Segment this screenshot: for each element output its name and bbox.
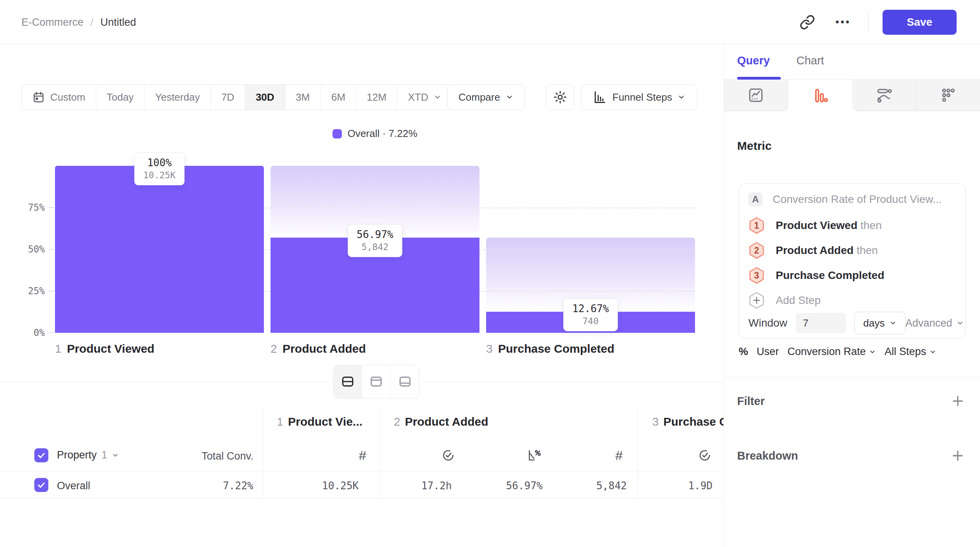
count-metric-icon[interactable]: #: [354, 447, 371, 464]
chart-type-insights[interactable]: [724, 80, 788, 111]
step-name: Product Viewed: [67, 342, 155, 355]
steps-scope-dropdown[interactable]: All Steps: [884, 346, 936, 358]
funnel-step-row-1[interactable]: 1 Product Viewed then: [748, 217, 882, 234]
date-range-yesterday[interactable]: Yesterday: [145, 85, 211, 110]
add-filter-icon[interactable]: [951, 394, 964, 408]
chevron-down-icon: [506, 93, 513, 101]
date-range-selector: Custom Today Yesterday 7D 30D 3M 6M 12M …: [21, 84, 452, 110]
conversion-window-row: Window days Advanced: [748, 312, 956, 334]
date-range-xtd[interactable]: XTD: [397, 85, 452, 110]
legend-color-swatch: [333, 129, 342, 139]
date-range-12m[interactable]: 12M: [356, 85, 398, 110]
view-type-button[interactable]: Funnel Steps: [581, 84, 697, 110]
top-header: E-Commerce / Untitled ••• Save: [0, 0, 980, 44]
measurement-row: % User Conversion Rate All Steps: [739, 346, 936, 358]
advanced-label: Advanced: [906, 317, 952, 329]
avg-time-metric-icon[interactable]: [440, 447, 457, 464]
compare-button[interactable]: Compare: [447, 84, 525, 110]
property-selector[interactable]: Property 1: [57, 449, 119, 461]
check-icon: [37, 480, 46, 490]
window-unit-dropdown[interactable]: days: [854, 312, 906, 334]
chart-settings-button[interactable]: [546, 84, 574, 110]
y-axis-label: 75%: [8, 202, 45, 213]
add-breakdown-icon[interactable]: [951, 449, 964, 462]
split-view-toggle[interactable]: [334, 365, 362, 398]
table-column-step-3[interactable]: 3 Purchase C: [652, 415, 724, 428]
table-column-step-1[interactable]: 1 Product Vie...: [277, 415, 363, 428]
matrix-dots-icon: [940, 87, 957, 104]
row-border: [0, 498, 724, 499]
more-menu-button[interactable]: •••: [832, 11, 854, 33]
chart-type-funnel[interactable]: [788, 80, 852, 111]
measure-metric-dropdown[interactable]: Conversion Rate: [787, 346, 876, 358]
step-event-name: Product Viewed: [776, 219, 858, 231]
date-range-label: 12M: [367, 91, 387, 103]
top-panel-view-toggle[interactable]: [362, 365, 391, 398]
property-label: Property: [57, 449, 97, 461]
chevron-down-icon: [956, 319, 964, 327]
x-axis-step-label: 2 Product Added: [271, 342, 366, 355]
table-column-step-2[interactable]: 2 Product Added: [394, 415, 488, 428]
step-name: Purchase C: [663, 415, 724, 428]
funnel-bar-tooltip: 12.67% 740: [563, 298, 618, 331]
tab-query[interactable]: Query: [737, 54, 770, 67]
bottom-panel-view-toggle[interactable]: [391, 365, 419, 398]
percent-symbol: %: [739, 346, 748, 358]
breadcrumb-parent[interactable]: E-Commerce: [21, 16, 83, 28]
total-conv-header[interactable]: Total Conv.: [168, 450, 253, 462]
funnel-step-row-2[interactable]: 2 Product Added then: [748, 242, 878, 259]
breadcrumb: E-Commerce / Untitled: [21, 16, 136, 28]
advanced-dropdown[interactable]: Advanced: [906, 317, 964, 329]
window-value-input[interactable]: [796, 313, 846, 333]
date-range-30d[interactable]: 30D: [245, 85, 285, 110]
y-axis-label: 25%: [8, 286, 45, 297]
date-range-custom[interactable]: Custom: [22, 85, 96, 110]
chevron-down-icon: [929, 348, 936, 355]
measure-entity[interactable]: User: [757, 346, 779, 358]
y-tick: [49, 291, 54, 291]
funnel-bar-converted: [55, 166, 264, 333]
save-button[interactable]: Save: [883, 10, 957, 35]
funnel-report-app: E-Commerce / Untitled ••• Save: [0, 0, 980, 547]
conv-rate-metric-icon[interactable]: [525, 447, 543, 464]
header-border: [0, 472, 724, 472]
funnel-bar-step-2[interactable]: 56.97% 5,842 2 Product Added: [271, 166, 479, 333]
chart-type-retention[interactable]: [852, 80, 916, 111]
insights-line-icon: [747, 87, 764, 104]
breadcrumb-current[interactable]: Untitled: [101, 16, 136, 28]
compare-label: Compare: [458, 91, 500, 103]
avg-time-metric-icon[interactable]: [696, 447, 713, 464]
date-range-7d[interactable]: 7D: [211, 85, 245, 110]
query-panel: Query Chart: [724, 44, 980, 547]
date-range-6m[interactable]: 6M: [321, 85, 356, 110]
retention-flows-icon: [876, 87, 893, 104]
header-divider: [868, 11, 869, 33]
clock-check-icon: [441, 448, 455, 462]
row-checkbox[interactable]: [34, 478, 48, 492]
step-number: 3: [748, 266, 765, 284]
step-number: 1: [748, 217, 765, 234]
count-metric-icon[interactable]: #: [610, 447, 628, 464]
y-tick: [49, 207, 54, 208]
filter-label: Filter: [737, 395, 765, 408]
chart-legend[interactable]: Overall · 7.22%: [55, 128, 695, 140]
series-title: Conversion Rate of Product View...: [773, 193, 942, 206]
step-number: 2: [271, 342, 277, 355]
share-link-button[interactable]: [796, 11, 818, 33]
tab-chart[interactable]: Chart: [796, 54, 824, 67]
property-checkbox[interactable]: [34, 448, 48, 462]
date-range-today[interactable]: Today: [96, 85, 145, 110]
add-step-button[interactable]: Add Step: [748, 291, 821, 309]
link-icon: [800, 14, 815, 30]
metric-series-row[interactable]: A Conversion Rate of Product View...: [748, 192, 942, 206]
funnel-bar-step-1[interactable]: 100% 10.25K 1 Product Viewed: [55, 166, 264, 333]
chart-type-matrix[interactable]: [916, 80, 980, 111]
date-range-3m[interactable]: 3M: [285, 85, 321, 110]
measure-metric-label: Conversion Rate: [787, 346, 866, 358]
step-name: Product Vie...: [288, 415, 363, 428]
step-event-name: Purchase Completed: [776, 269, 884, 281]
split-view-icon: [340, 374, 355, 389]
funnel-step-row-3[interactable]: 3 Purchase Completed: [748, 266, 884, 284]
hash-icon: #: [616, 448, 623, 463]
row-label[interactable]: Overall: [57, 480, 90, 492]
